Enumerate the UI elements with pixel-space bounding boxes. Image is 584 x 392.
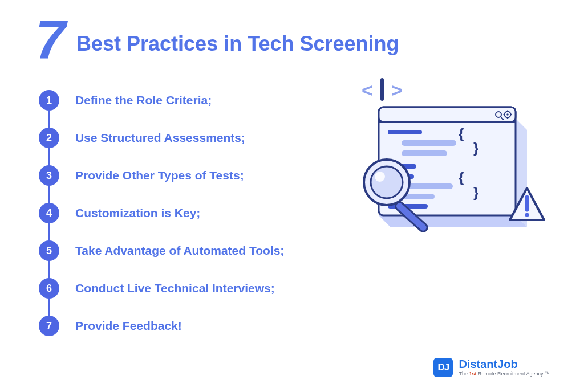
svg-rect-18 xyxy=(402,140,456,146)
svg-text:{: { xyxy=(459,126,464,141)
heading-title: Best Practices in Tech Screening xyxy=(76,32,399,56)
svg-text:>: > xyxy=(391,79,403,101)
list-item-label: Define the Role Criteria; xyxy=(75,93,212,107)
svg-point-34 xyxy=(525,213,529,217)
list-item-number: 6 xyxy=(39,278,59,299)
svg-text:}: } xyxy=(473,185,478,200)
list-item-label: Provide Other Types of Tests; xyxy=(75,169,244,182)
list-item-number: 2 xyxy=(39,128,59,148)
svg-text:<: < xyxy=(362,79,373,101)
svg-point-30 xyxy=(375,172,385,182)
list-item-label: Take Advantage of Automated Tools; xyxy=(75,244,284,258)
heading-number: 7 xyxy=(35,19,63,60)
svg-text:}: } xyxy=(473,140,478,156)
list-item-number: 7 xyxy=(39,316,59,336)
brand-name: DistantJob xyxy=(459,358,550,370)
svg-point-29 xyxy=(371,166,403,198)
list-item-number: 3 xyxy=(39,165,59,186)
svg-rect-16 xyxy=(388,130,422,134)
brand-logo: DJ DistantJob The 1st Remote Recruitment… xyxy=(433,358,550,377)
list-item-label: Use Structured Assessments; xyxy=(75,131,245,145)
svg-point-11 xyxy=(506,113,509,116)
brand-mark: DJ xyxy=(433,358,453,377)
list-item-label: Conduct Live Technical Interviews; xyxy=(75,281,275,295)
code-screen-illustration: < > xyxy=(339,74,550,256)
list-item-number: 1 xyxy=(39,90,59,111)
infographic-canvas: 7 Best Practices in Tech Screening 1 Def… xyxy=(0,0,584,392)
list-item-label: Provide Feedback! xyxy=(75,319,182,333)
svg-marker-4 xyxy=(379,215,527,227)
code-brackets-icon: < > xyxy=(362,79,403,101)
svg-rect-19 xyxy=(402,150,447,156)
svg-text:{: { xyxy=(459,170,464,185)
list-item-number: 4 xyxy=(39,203,59,223)
list-item-label: Customization is Key; xyxy=(75,206,200,220)
illustration-svg: < > xyxy=(339,74,550,256)
list-item-number: 5 xyxy=(39,240,59,261)
brand-tagline: The 1st Remote Recruitment Agency ™ xyxy=(459,371,550,377)
